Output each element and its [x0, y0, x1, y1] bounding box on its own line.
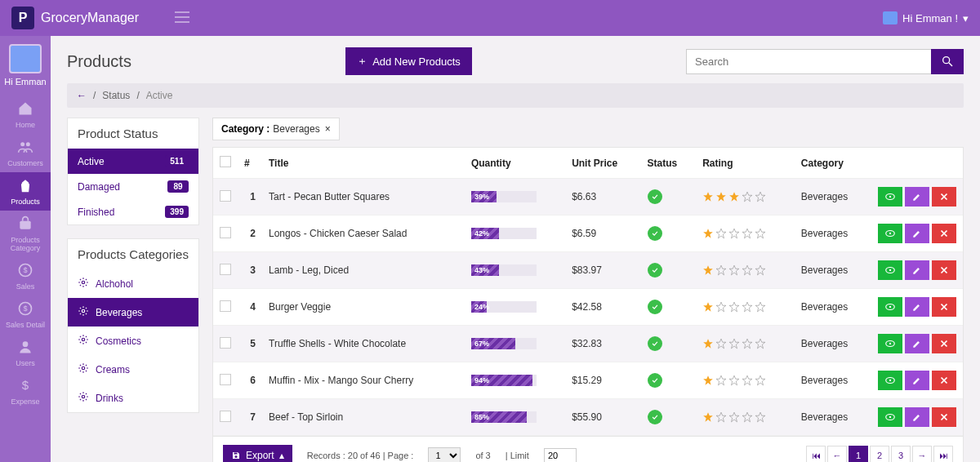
- row-checkbox[interactable]: [220, 264, 231, 275]
- svg-point-11: [82, 281, 85, 284]
- user-greeting: Hi Emman !: [902, 12, 958, 24]
- status-item-finished[interactable]: Finished399: [68, 199, 198, 224]
- sidebar-item-products-category[interactable]: Products Category: [0, 211, 51, 257]
- search-button[interactable]: [931, 49, 964, 74]
- sidebar-item-home[interactable]: Home: [0, 96, 51, 134]
- view-button[interactable]: [878, 297, 902, 317]
- delete-button[interactable]: [932, 371, 956, 390]
- export-button[interactable]: Export ▴: [223, 445, 292, 462]
- svg-marker-58: [703, 412, 713, 422]
- breadcrumb-status[interactable]: Status: [102, 90, 130, 101]
- filter-chip-close-icon[interactable]: ×: [325, 123, 331, 135]
- row-title: Truffle Shells - White Chocolate: [262, 326, 465, 362]
- row-status: [641, 215, 697, 252]
- row-qty: 85%: [465, 399, 565, 436]
- select-all-checkbox[interactable]: [220, 156, 231, 167]
- edit-button[interactable]: [905, 334, 929, 353]
- pager-page[interactable]: 3: [891, 446, 911, 462]
- pager-last[interactable]: ⏭: [933, 446, 953, 462]
- edit-button[interactable]: [905, 260, 929, 280]
- edit-button[interactable]: [905, 407, 929, 427]
- column-header[interactable]: Rating: [696, 148, 795, 179]
- column-header[interactable]: #: [238, 148, 262, 179]
- pager-next[interactable]: →: [912, 446, 932, 462]
- svg-marker-52: [716, 375, 726, 385]
- edit-button[interactable]: [905, 371, 929, 390]
- row-number: 3: [238, 252, 262, 289]
- delete-button[interactable]: [932, 334, 956, 353]
- row-checkbox[interactable]: [220, 337, 231, 349]
- row-checkbox[interactable]: [220, 411, 231, 422]
- plus-icon: ＋: [357, 54, 368, 69]
- column-header[interactable]: Status: [641, 148, 697, 179]
- svg-point-9: [943, 57, 950, 64]
- category-item-beverages[interactable]: Beverages: [68, 298, 198, 327]
- row-qty: 43%: [465, 252, 565, 289]
- breadcrumb-back-icon[interactable]: ←: [77, 90, 87, 101]
- row-title: Tart - Pecan Butter Squares: [262, 179, 465, 215]
- edit-button[interactable]: [905, 297, 929, 317]
- main: Products ＋ Add New Products ← / Status /…: [51, 36, 980, 462]
- gear-icon: [78, 305, 89, 319]
- app-brand: GroceryManager: [41, 11, 139, 25]
- view-button[interactable]: [878, 334, 902, 353]
- row-rating: [696, 289, 795, 326]
- sidebar-item-customers[interactable]: Customers: [0, 134, 51, 172]
- edit-button[interactable]: [905, 224, 929, 243]
- sidebar-item-sales[interactable]: $Sales: [0, 257, 51, 295]
- column-header[interactable]: Category: [795, 148, 871, 179]
- status-item-active[interactable]: Active511: [68, 149, 198, 174]
- pager-first[interactable]: ⏮: [806, 446, 826, 462]
- add-new-products-button[interactable]: ＋ Add New Products: [345, 47, 472, 75]
- svg-marker-16: [703, 192, 713, 202]
- view-button[interactable]: [878, 371, 902, 390]
- category-item-alchohol[interactable]: Alchohol: [68, 269, 198, 298]
- svg-marker-38: [716, 302, 726, 312]
- sidebar-item-expense[interactable]: $Expense: [0, 372, 51, 411]
- delete-button[interactable]: [932, 224, 956, 243]
- delete-button[interactable]: [932, 187, 956, 207]
- row-qty: 67%: [465, 326, 565, 362]
- svg-marker-24: [716, 229, 726, 238]
- pager-prev[interactable]: ←: [827, 446, 847, 462]
- topbar: P GroceryManager Hi Emman ! ▾: [0, 0, 980, 36]
- sidebar-item-users[interactable]: Users: [0, 334, 51, 372]
- limit-input[interactable]: [544, 448, 577, 462]
- view-button[interactable]: [878, 187, 902, 207]
- view-button[interactable]: [878, 407, 902, 427]
- delete-button[interactable]: [932, 297, 956, 317]
- svg-rect-2: [20, 221, 30, 229]
- pager-page[interactable]: 1: [849, 446, 868, 462]
- table-row: 2Longos - Chicken Caeser Salad42%$6.59Be…: [213, 215, 963, 252]
- row-price: $6.63: [565, 179, 640, 215]
- svg-marker-44: [703, 339, 713, 349]
- user-menu[interactable]: Hi Emman ! ▾: [883, 11, 969, 24]
- hamburger-icon[interactable]: [175, 11, 189, 25]
- edit-button[interactable]: [905, 187, 929, 207]
- column-header[interactable]: Quantity: [465, 148, 565, 179]
- row-checkbox[interactable]: [220, 190, 231, 202]
- table-row: 5Truffle Shells - White Chocolate67%$32.…: [213, 326, 963, 362]
- svg-marker-20: [755, 192, 765, 202]
- pager-page[interactable]: 2: [870, 446, 889, 462]
- sidebar-item-sales-detail[interactable]: $Sales Detail: [0, 295, 51, 334]
- category-item-creams[interactable]: Creams: [68, 355, 198, 384]
- view-button[interactable]: [878, 224, 902, 243]
- page-select[interactable]: 1: [428, 447, 461, 462]
- delete-button[interactable]: [932, 407, 956, 427]
- view-button[interactable]: [878, 260, 902, 280]
- category-item-cosmetics[interactable]: Cosmetics: [68, 327, 198, 355]
- row-checkbox[interactable]: [220, 374, 231, 385]
- category-item-drinks[interactable]: Drinks: [68, 384, 198, 412]
- gear-icon: [78, 277, 89, 291]
- svg-marker-23: [703, 229, 713, 238]
- status-item-damaged[interactable]: Damaged89: [68, 174, 198, 199]
- row-checkbox[interactable]: [220, 300, 231, 312]
- sidebar-avatar[interactable]: [9, 44, 42, 73]
- search-input[interactable]: [686, 49, 931, 74]
- sidebar-item-products[interactable]: Products: [0, 172, 51, 211]
- column-header[interactable]: Title: [262, 148, 465, 179]
- row-checkbox[interactable]: [220, 227, 231, 238]
- column-header[interactable]: Unit Price: [565, 148, 640, 179]
- delete-button[interactable]: [932, 260, 956, 280]
